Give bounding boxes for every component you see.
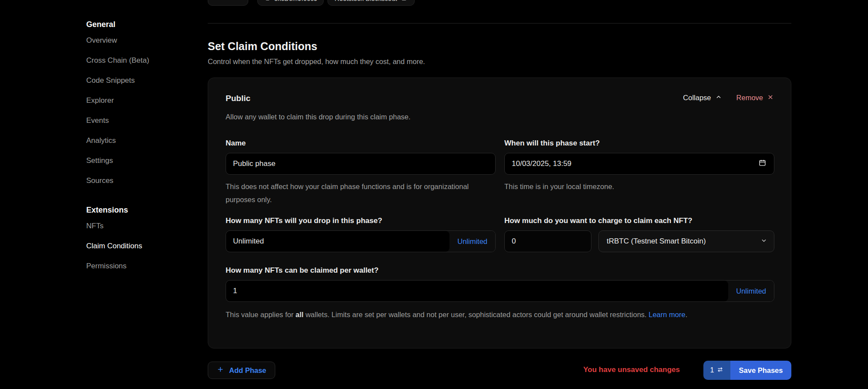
price-amount-input[interactable]: [504, 230, 591, 252]
collapse-label: Collapse: [683, 94, 711, 102]
contract-address-label: 0xcDc...9f60c9: [274, 0, 317, 2]
sidebar-section-general: General: [86, 18, 204, 30]
chevron-up-icon: [716, 94, 722, 102]
price-row: tRBTC (Testnet Smart Bitcoin): [504, 230, 774, 252]
explorer-label: Rootstock Blockscout: [334, 0, 397, 2]
tx-count-value: 1: [710, 366, 714, 374]
supply-input-group: Unlimited: [226, 230, 496, 252]
sidebar-item-cross-chain[interactable]: Cross Chain (Beta): [86, 51, 204, 71]
per-wallet-input[interactable]: [226, 281, 728, 301]
block-explorer-button[interactable]: Rootstock Blockscout: [328, 0, 415, 6]
close-icon: [767, 94, 773, 102]
save-button-group: 1 Save Phases: [703, 361, 791, 380]
currency-value: tRBTC (Testnet Smart Bitcoin): [607, 237, 706, 246]
calendar-icon: [759, 159, 766, 169]
sidebar-item-overview[interactable]: Overview: [86, 30, 204, 51]
per-wallet-label: How many NFTs can be claimed per wallet?: [226, 266, 378, 275]
chevron-down-icon: [761, 237, 767, 246]
collapse-button[interactable]: Collapse: [683, 94, 721, 102]
toolbar-partial-button[interactable]: [208, 0, 248, 6]
start-helper-text: This time is in your local timezone.: [504, 180, 774, 193]
sidebar-item-claim-conditions[interactable]: Claim Conditions: [86, 236, 204, 256]
name-label: Name: [226, 139, 496, 148]
name-helper-text: This does not affect how your claim phas…: [226, 180, 496, 206]
sidebar-section-extensions: Extensions: [86, 204, 204, 216]
supply-label: How many NFTs will you drop in this phas…: [226, 216, 496, 225]
unsaved-changes-text: You have unsaved changes: [583, 365, 680, 374]
phase-title: Public: [226, 94, 250, 103]
add-phase-button[interactable]: Add Phase: [208, 362, 275, 379]
per-wallet-helper-text: This value applies for all wallets. Limi…: [226, 308, 774, 321]
contract-address-button[interactable]: 0xcDc...9f60c9: [257, 0, 324, 6]
sidebar-item-permissions[interactable]: Permissions: [86, 256, 204, 276]
save-phases-button[interactable]: Save Phases: [730, 361, 791, 380]
phases-footer: Add Phase You have unsaved changes 1 Sav…: [208, 361, 791, 380]
claim-conditions-page: 0xcDc...9f60c9 Rootstock Blockscout Gene…: [0, 0, 868, 389]
remove-button[interactable]: Remove: [736, 94, 773, 102]
price-label: How much do you want to charge to claim …: [504, 216, 774, 225]
start-label: When will this phase start?: [504, 139, 774, 148]
copy-icon: [263, 0, 270, 2]
remove-label: Remove: [736, 94, 763, 102]
per-wallet-input-group: Unlimited: [226, 280, 774, 302]
transaction-count-button[interactable]: 1: [703, 361, 730, 380]
helper-bold-all: all: [296, 311, 304, 318]
sidebar-item-explorer[interactable]: Explorer: [86, 91, 204, 111]
add-phase-label: Add Phase: [229, 366, 266, 375]
learn-more-link[interactable]: Learn more: [648, 311, 685, 318]
sidebar-item-code-snippets[interactable]: Code Snippets: [86, 71, 204, 91]
sidebar-item-settings[interactable]: Settings: [86, 151, 204, 171]
sidebar-item-events[interactable]: Events: [86, 111, 204, 131]
page-subtitle: Control when the NFTs get dropped, how m…: [208, 58, 425, 66]
plus-icon: [217, 366, 224, 375]
sidebar-item-analytics[interactable]: Analytics: [86, 131, 204, 151]
start-datetime-input[interactable]: 10/03/2025, 13:59: [504, 153, 774, 175]
per-wallet-unlimited-button[interactable]: Unlimited: [728, 281, 774, 301]
helper-prefix: This value applies for: [226, 311, 296, 318]
external-link-icon: [401, 0, 408, 2]
header-divider: [208, 23, 791, 24]
phase-description: Allow any wallet to claim this drop duri…: [226, 113, 411, 121]
contract-sidebar: General Overview Cross Chain (Beta) Code…: [86, 18, 204, 276]
helper-suffix: .: [686, 311, 688, 318]
claim-phase-card: Public Allow any wallet to claim this dr…: [208, 78, 791, 348]
supply-unlimited-button[interactable]: Unlimited: [449, 231, 495, 252]
start-datetime-value: 10/03/2025, 13:59: [512, 159, 571, 168]
currency-select[interactable]: tRBTC (Testnet Smart Bitcoin): [598, 230, 774, 252]
helper-middle: wallets. Limits are set per wallets and …: [304, 311, 648, 318]
sidebar-item-nfts[interactable]: NFTs: [86, 216, 204, 236]
swap-arrows-icon: [717, 366, 723, 375]
phase-actions: Collapse Remove: [683, 94, 773, 102]
page-title: Set Claim Conditions: [208, 40, 317, 53]
supply-input[interactable]: [226, 231, 449, 252]
phase-name-input[interactable]: [226, 153, 496, 175]
sidebar-item-sources[interactable]: Sources: [86, 171, 204, 191]
